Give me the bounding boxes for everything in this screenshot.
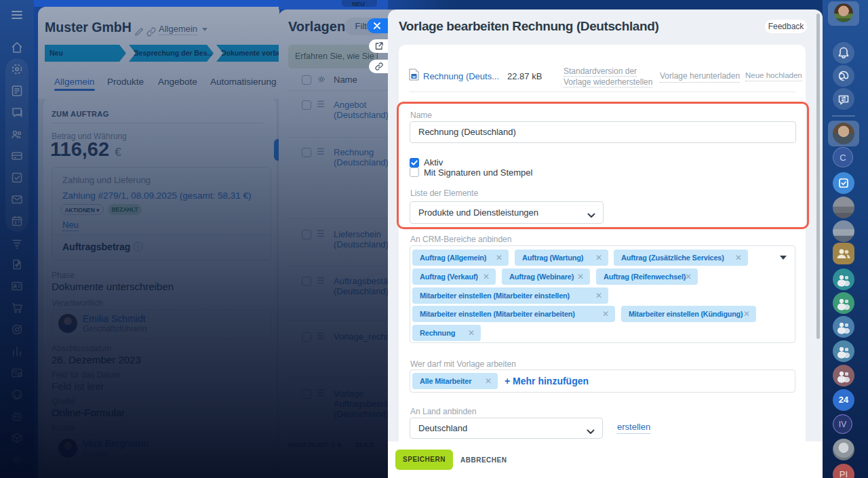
svg-text:w: w (412, 75, 416, 79)
